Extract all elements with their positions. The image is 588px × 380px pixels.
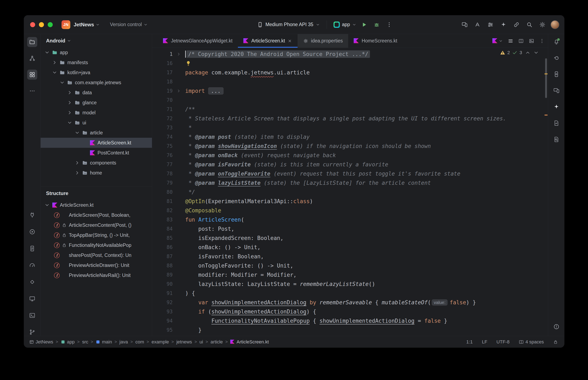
run-button[interactable] [359, 20, 369, 29]
chevron-down-icon[interactable] [67, 120, 72, 125]
structure-function-item[interactable]: fsharePost(Post, Context): Un [41, 250, 152, 260]
tool-problems-button[interactable] [551, 322, 561, 332]
breadcrumb-item-JetNews[interactable]: JetNews [29, 339, 53, 345]
project-tree-item-PostContent.kt[interactable]: PostContent.kt [41, 148, 152, 158]
project-tree-item-components[interactable]: components [41, 158, 152, 168]
breadcrumb-item-src[interactable]: src [82, 339, 88, 345]
tool-project-button[interactable] [27, 37, 37, 47]
recent-files-button[interactable] [492, 38, 503, 44]
structure-function-item[interactable]: fArticleScreen(Post, Boolean, [41, 210, 152, 220]
debug-button[interactable] [372, 20, 382, 29]
tool-notifications-button[interactable] [551, 37, 561, 47]
tool-more-tool-windows-button[interactable] [27, 86, 37, 96]
settings-sliders-button[interactable] [486, 20, 495, 29]
tool-find-file-button[interactable] [551, 134, 561, 144]
intention-bulb-icon[interactable] [185, 60, 191, 66]
close-window-button[interactable] [30, 22, 35, 27]
code-editor[interactable]: 1/* Copyright 2020 The Android Open Sour… [152, 48, 548, 336]
tool-running-devices-button[interactable] [27, 294, 37, 304]
device-mirror-button[interactable] [460, 20, 469, 29]
fold-toggle-icon[interactable] [174, 89, 183, 93]
chevron-right-icon[interactable] [67, 90, 72, 95]
gemini-sparkle-button[interactable] [499, 20, 508, 29]
project-tree-item-ui[interactable]: ui [41, 118, 152, 128]
chevron-down-icon[interactable] [44, 202, 50, 208]
previous-problem-icon[interactable] [525, 50, 530, 55]
more-run-options-button[interactable] [385, 20, 394, 29]
chevron-right-icon[interactable] [75, 160, 80, 166]
split-editor-button[interactable] [518, 38, 524, 44]
breadcrumb-item-java[interactable]: java [120, 339, 128, 345]
chevron-right-icon[interactable] [52, 60, 57, 65]
editor-tab-HomeScreens.kt[interactable]: HomeScreens.kt [348, 34, 403, 48]
structure-function-item[interactable]: fFunctionalityNotAvailablePop [41, 240, 152, 250]
search-button[interactable] [525, 20, 534, 29]
tool-profiler-button[interactable] [27, 260, 37, 270]
editor-list-button[interactable] [508, 38, 513, 44]
project-tree-item-model[interactable]: model [41, 108, 152, 118]
editor-tab-ArticleScreen.kt[interactable]: ArticleScreen.kt [238, 34, 298, 48]
tool-running-devices-mirror-button[interactable] [551, 85, 561, 95]
next-problem-icon[interactable] [533, 50, 539, 55]
tool-logcat-button[interactable] [27, 244, 37, 254]
tool-version-control-button[interactable] [27, 327, 37, 337]
breadcrumb-item-app[interactable]: app [61, 339, 75, 345]
project-tree-item-com.example.jetnews[interactable]: com.example.jetnews [41, 77, 152, 88]
vcs-widget[interactable]: Version control [110, 22, 147, 27]
breadcrumb-item-article[interactable]: article [210, 339, 223, 345]
editor-scrollbar-thumb[interactable] [545, 58, 547, 98]
lock-icon[interactable] [553, 340, 558, 344]
fold-toggle-icon[interactable] [174, 52, 183, 57]
editor-more-button[interactable] [539, 38, 545, 44]
tool-terminal-button[interactable] [27, 310, 37, 321]
inspection-widget[interactable]: 2 3 [500, 50, 539, 55]
preview-layout-button[interactable] [529, 38, 534, 44]
chevron-down-icon[interactable] [44, 50, 50, 55]
chevron-right-icon[interactable] [75, 170, 80, 176]
tool-app-insights-button[interactable] [551, 118, 561, 128]
structure-function-item[interactable]: fPreviewArticleNavRail(): Unit [41, 270, 152, 280]
chevron-down-icon[interactable] [52, 70, 57, 75]
structure-function-item[interactable]: fTopAppBar(String, () -> Unit, [41, 230, 152, 240]
error-stripe-mark[interactable] [545, 114, 547, 115]
run-configuration[interactable]: app [334, 21, 356, 28]
minimize-window-button[interactable] [39, 22, 44, 27]
project-tree-item-article[interactable]: article [41, 128, 152, 138]
project-tree-item-data[interactable]: data [41, 88, 152, 98]
chevron-down-icon[interactable] [60, 80, 65, 85]
breadcrumb-item-main[interactable]: main [96, 339, 112, 345]
project-tree-item-home[interactable]: home [41, 168, 152, 178]
breadcrumb-item-jetnews[interactable]: jetnews [176, 339, 192, 345]
structure-function-item[interactable]: fPreviewArticleDrawer(): Unit [41, 260, 152, 270]
tool-device-manager-button[interactable] [551, 69, 561, 79]
tool-device-explorer-button[interactable] [27, 210, 37, 220]
settings-gear-button[interactable] [538, 20, 547, 29]
project-switcher[interactable]: JetNews [74, 22, 100, 28]
project-tree-item-glance[interactable]: glance [41, 98, 152, 108]
encoding-widget[interactable]: UTF-8 [497, 339, 509, 345]
structure-function-item[interactable]: fArticleScreenContent(Post, () [41, 220, 152, 230]
breadcrumb-item-example[interactable]: example [151, 339, 169, 345]
chevron-right-icon[interactable] [67, 100, 72, 105]
structure-root-item[interactable]: ArticleScreen.kt [41, 200, 152, 210]
project-tree-item-manifests[interactable]: manifests [41, 57, 152, 68]
ai-actions-button[interactable] [473, 20, 482, 29]
zoom-window-button[interactable] [48, 22, 53, 27]
tool-gradle-button[interactable] [551, 53, 561, 63]
user-avatar[interactable] [550, 20, 559, 29]
close-tab-icon[interactable] [287, 39, 292, 43]
editor-tab-JetnewsGlanceAppWidget.kt[interactable]: JetnewsGlanceAppWidget.kt [158, 34, 238, 48]
project-tree-item-kotlin+java[interactable]: kotlin+java [41, 68, 152, 77]
chevron-down-icon[interactable] [75, 130, 80, 135]
device-selector[interactable]: Medium Phone API 35 [257, 22, 320, 28]
project-panel-header[interactable]: Android [41, 34, 152, 47]
tool-gemini-button[interactable] [551, 102, 561, 112]
tool-app-quality-insights-button[interactable] [27, 277, 37, 287]
project-tree-item-app[interactable]: app [41, 47, 152, 57]
editor-tab-idea.properties[interactable]: idea.properties [298, 34, 348, 48]
breadcrumb-item-com[interactable]: com [135, 339, 144, 345]
error-stripe-mark[interactable] [545, 73, 547, 75]
project-tree-item-ArticleScreen.kt[interactable]: ArticleScreen.kt [41, 138, 152, 148]
tool-commit-button[interactable] [27, 53, 37, 63]
link-button[interactable] [512, 20, 521, 29]
